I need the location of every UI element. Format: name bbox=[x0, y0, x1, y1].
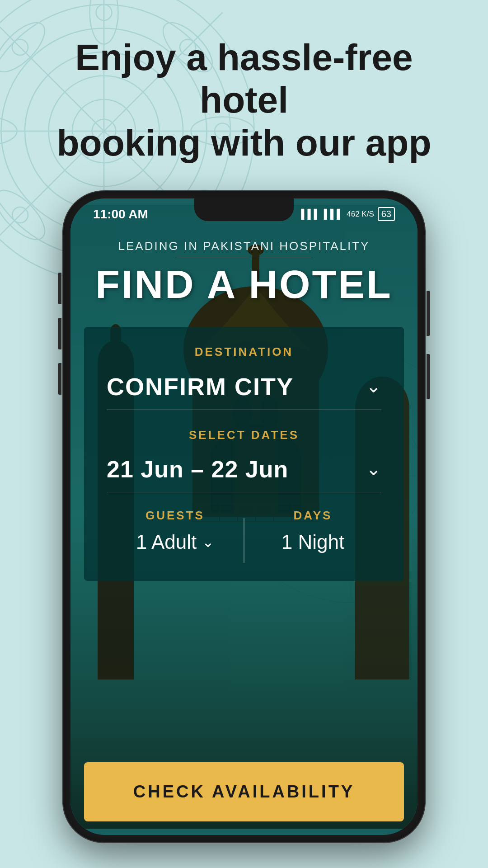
app-title: FIND A HOTEL bbox=[89, 264, 399, 304]
destination-chevron-icon: ⌄ bbox=[366, 376, 381, 397]
data-speed: 462 K/S bbox=[347, 210, 374, 219]
dates-chevron-icon: ⌄ bbox=[366, 458, 381, 480]
guests-selector[interactable]: 1 Adult ⌄ bbox=[107, 531, 244, 553]
guests-value: 1 Adult bbox=[136, 531, 197, 553]
days-label: DAYS bbox=[244, 509, 381, 523]
dates-label: SELECT DATES bbox=[107, 428, 381, 442]
search-panel: DESTINATION CONFIRM CITY ⌄ SELECT DATES … bbox=[84, 327, 404, 581]
check-availability-button[interactable]: CHECK AVAILABILITY bbox=[84, 762, 404, 821]
guests-days-row: GUESTS 1 Adult ⌄ DAYS 1 Night bbox=[107, 509, 381, 563]
days-value-display: 1 Night bbox=[244, 531, 381, 553]
guests-label: GUESTS bbox=[107, 509, 244, 523]
tagline-line bbox=[176, 257, 312, 257]
guests-column: GUESTS 1 Adult ⌄ bbox=[107, 509, 244, 553]
status-time: 11:00 AM bbox=[93, 207, 148, 222]
destination-value: CONFIRM CITY bbox=[107, 373, 294, 401]
tagline: LEADING IN PAKISTANI HOSPITALITY bbox=[89, 239, 399, 253]
guests-chevron-icon: ⌄ bbox=[202, 533, 214, 551]
status-icons: ▌▌▌ ▌▌▌ 462 K/S 63 bbox=[301, 207, 395, 221]
page-headline: Enjoy a hassle-free hotel booking with o… bbox=[0, 0, 488, 191]
dates-value: 21 Jun – 22 Jun bbox=[107, 456, 288, 483]
destination-label: DESTINATION bbox=[107, 345, 381, 359]
signal-strength-2: ▌▌▌ bbox=[324, 209, 343, 219]
screen-content: LEADING IN PAKISTANI HOSPITALITY FIND A … bbox=[70, 198, 418, 835]
phone-notch bbox=[194, 198, 294, 221]
headline-text: Enjoy a hassle-free hotel booking with o… bbox=[36, 36, 452, 164]
dates-dropdown[interactable]: 21 Jun – 22 Jun ⌄ bbox=[107, 450, 381, 492]
days-value: 1 Night bbox=[282, 531, 344, 553]
battery-indicator: 63 bbox=[378, 207, 395, 221]
phone-wrapper: 11:00 AM ▌▌▌ ▌▌▌ 462 K/S 63 LEADING IN P… bbox=[0, 191, 488, 842]
destination-dropdown[interactable]: CONFIRM CITY ⌄ bbox=[107, 367, 381, 410]
signal-strength-1: ▌▌▌ bbox=[301, 209, 320, 219]
days-column: DAYS 1 Night bbox=[244, 509, 381, 553]
phone-screen: 11:00 AM ▌▌▌ ▌▌▌ 462 K/S 63 LEADING IN P… bbox=[70, 198, 418, 835]
phone-frame: 11:00 AM ▌▌▌ ▌▌▌ 462 K/S 63 LEADING IN P… bbox=[63, 191, 425, 842]
